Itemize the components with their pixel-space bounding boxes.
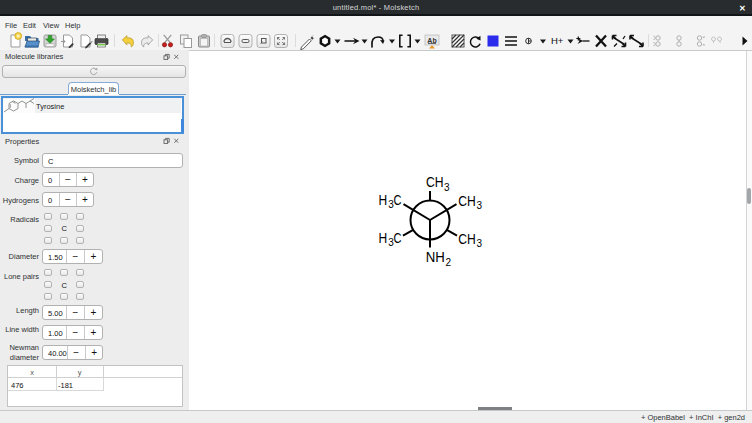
svg-text:3: 3 (444, 182, 450, 193)
svg-text:C: C (394, 192, 402, 208)
svg-text:NH: NH (426, 249, 445, 265)
svg-text:CH: CH (458, 193, 476, 209)
svg-text:CH: CH (426, 174, 444, 190)
svg-text:3: 3 (476, 200, 482, 211)
svg-text:3: 3 (476, 238, 482, 249)
svg-text:H: H (379, 192, 388, 208)
svg-text:H: H (379, 230, 388, 246)
svg-text:CH: CH (458, 231, 476, 247)
svg-text:2: 2 (446, 257, 452, 268)
svg-text:C: C (394, 230, 402, 246)
